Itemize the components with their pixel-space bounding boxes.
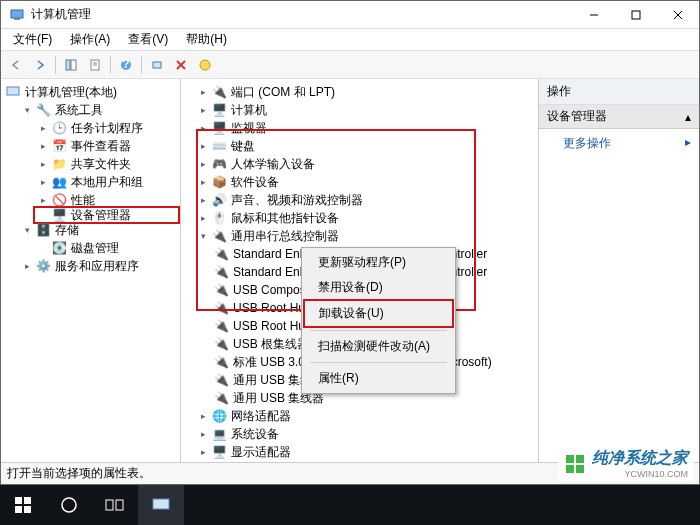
computer-icon: 🖥️: [211, 102, 227, 118]
actions-pane: 操作 设备管理器 ▴ 更多操作 ▸: [539, 79, 699, 462]
tree-label: 键盘: [231, 138, 255, 155]
expand-icon[interactable]: ▸: [197, 446, 209, 458]
expand-icon[interactable]: ▸: [197, 194, 209, 206]
expand-icon[interactable]: ▸: [197, 410, 209, 422]
device-tree-pane[interactable]: ▸🔌端口 (COM 和 LPT) ▸🖥️计算机 ▸🖥️监视器 ▸⌨️键盘 ▸🎮人…: [181, 79, 539, 462]
tree-shared-folders[interactable]: ▸📁共享文件夹: [33, 155, 180, 173]
dev-computer[interactable]: ▸🖥️计算机: [193, 101, 538, 119]
ctx-properties[interactable]: 属性(R): [304, 366, 453, 391]
expand-icon[interactable]: ▸: [197, 122, 209, 134]
left-tree-pane[interactable]: 计算机管理(本地) ▾🔧系统工具 ▸🕒任务计划程序 ▸📅事件查看器 ▸📁共享文件…: [1, 79, 181, 462]
svg-rect-25: [24, 506, 31, 513]
tree-local-users[interactable]: ▸👥本地用户和组: [33, 173, 180, 191]
dev-software[interactable]: ▸📦软件设备: [193, 173, 538, 191]
enable-device-button[interactable]: [194, 54, 216, 76]
dev-keyboards[interactable]: ▸⌨️键盘: [193, 137, 538, 155]
menu-action[interactable]: 操作(A): [62, 29, 118, 50]
expand-icon[interactable]: ▸: [37, 194, 49, 206]
event-icon: 📅: [51, 138, 67, 154]
svg-rect-28: [116, 500, 123, 510]
tree-label: 事件查看器: [71, 138, 131, 155]
start-button[interactable]: [0, 485, 46, 525]
tree-label: 系统设备: [231, 426, 279, 443]
maximize-button[interactable]: [615, 1, 657, 28]
close-button[interactable]: [657, 1, 699, 28]
collapse-icon[interactable]: ▾: [21, 104, 33, 116]
cortana-button[interactable]: [46, 485, 92, 525]
show-hide-tree-button[interactable]: [60, 54, 82, 76]
tree-services-apps[interactable]: ▸⚙️服务和应用程序: [17, 257, 180, 275]
help-button[interactable]: ?: [115, 54, 137, 76]
window-title: 计算机管理: [31, 6, 573, 23]
svg-rect-19: [576, 455, 584, 463]
task-view-button[interactable]: [92, 485, 138, 525]
dev-ports[interactable]: ▸🔌端口 (COM 和 LPT): [193, 83, 538, 101]
usb-icon: 🔌: [211, 228, 227, 244]
keyboard-icon: ⌨️: [211, 138, 227, 154]
chevron-up-icon[interactable]: ▴: [685, 110, 691, 124]
expand-icon[interactable]: ▸: [21, 260, 33, 272]
toolbar-separator: [55, 56, 56, 74]
ctx-scan-hardware[interactable]: 扫描检测硬件改动(A): [304, 334, 453, 359]
expand-icon[interactable]: ▸: [197, 104, 209, 116]
dev-network[interactable]: ▸🌐网络适配器: [193, 407, 538, 425]
services-icon: ⚙️: [35, 258, 51, 274]
dev-usb-controllers[interactable]: ▾🔌通用串行总线控制器: [193, 227, 538, 245]
dev-monitors[interactable]: ▸🖥️监视器: [193, 119, 538, 137]
computer-mgmt-icon: [5, 84, 21, 100]
tree-task-scheduler[interactable]: ▸🕒任务计划程序: [33, 119, 180, 137]
menu-file[interactable]: 文件(F): [5, 29, 60, 50]
menu-view[interactable]: 查看(V): [120, 29, 176, 50]
dev-system-devices[interactable]: ▸💻系统设备: [193, 425, 538, 443]
expand-icon[interactable]: ▸: [197, 86, 209, 98]
more-actions[interactable]: 更多操作 ▸: [539, 129, 699, 158]
monitor-icon: 🖥️: [211, 120, 227, 136]
tree-system-tools[interactable]: ▾🔧系统工具: [17, 101, 180, 119]
tree-storage[interactable]: ▾🗄️存储: [17, 221, 180, 239]
ctx-uninstall-device[interactable]: 卸载设备(U): [305, 301, 452, 326]
ctx-update-driver[interactable]: 更新驱动程序(P): [304, 250, 453, 275]
menu-help[interactable]: 帮助(H): [178, 29, 235, 50]
expand-icon[interactable]: ▸: [197, 428, 209, 440]
tree-label: 软件设备: [231, 174, 279, 191]
collapse-icon[interactable]: ▾: [21, 224, 33, 236]
expand-icon[interactable]: ▸: [37, 140, 49, 152]
tree-label: USB Root Hub: [233, 319, 312, 333]
dev-hid[interactable]: ▸🎮人体学输入设备: [193, 155, 538, 173]
expand-icon[interactable]: ▸: [197, 140, 209, 152]
ctx-separator: [310, 330, 447, 331]
dev-display[interactable]: ▸🖥️显示适配器: [193, 443, 538, 461]
tree-event-viewer[interactable]: ▸📅事件查看器: [33, 137, 180, 155]
expand-icon[interactable]: ▸: [37, 176, 49, 188]
ctx-disable-device[interactable]: 禁用设备(D): [304, 275, 453, 300]
usb-icon: 🔌: [213, 354, 229, 370]
sound-icon: 🔊: [211, 192, 227, 208]
expand-icon[interactable]: ▸: [197, 212, 209, 224]
back-button[interactable]: [5, 54, 27, 76]
scan-hardware-button[interactable]: [146, 54, 168, 76]
taskbar-app-compmgmt[interactable]: [138, 485, 184, 525]
properties-button[interactable]: [84, 54, 106, 76]
forward-button[interactable]: [29, 54, 51, 76]
expand-icon[interactable]: ▸: [37, 122, 49, 134]
expand-icon[interactable]: ▸: [197, 176, 209, 188]
uninstall-button[interactable]: [170, 54, 192, 76]
ctx-separator: [310, 362, 447, 363]
tree-disk-mgmt[interactable]: 💽磁盘管理: [33, 239, 180, 257]
dev-mouse[interactable]: ▸🖱️鼠标和其他指针设备: [193, 209, 538, 227]
dev-sound[interactable]: ▸🔊声音、视频和游戏控制器: [193, 191, 538, 209]
dev-audio[interactable]: ▸🎤音频输入和输出: [193, 461, 538, 462]
usb-icon: 🔌: [213, 372, 229, 388]
computer-management-window: 计算机管理 文件(F) 操作(A) 查看(V) 帮助(H) ? 计算机管理(本地…: [0, 0, 700, 485]
usb-icon: 🔌: [213, 282, 229, 298]
expand-icon[interactable]: ▸: [197, 158, 209, 170]
expand-icon[interactable]: ▸: [37, 158, 49, 170]
mouse-icon: 🖱️: [211, 210, 227, 226]
taskbar: [0, 485, 700, 525]
tree-root[interactable]: 计算机管理(本地): [1, 83, 180, 101]
minimize-button[interactable]: [573, 1, 615, 28]
collapse-icon[interactable]: ▾: [197, 230, 209, 242]
tree-label: 声音、视频和游戏控制器: [231, 192, 363, 209]
watermark: 纯净系统之家 YCWIN10.COM: [558, 446, 694, 481]
tree-label: 存储: [55, 222, 79, 239]
